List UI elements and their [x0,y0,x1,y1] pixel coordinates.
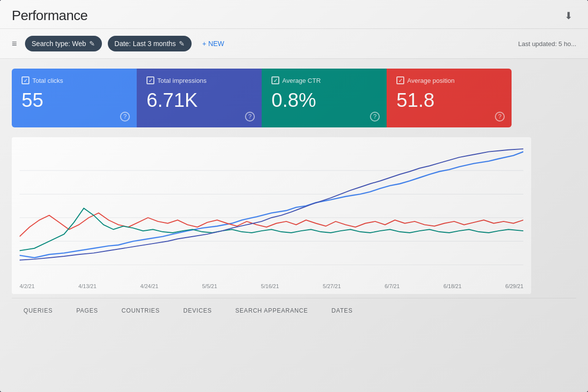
search-type-edit-icon: ✎ [89,40,95,48]
last-updated-text: Last updated: 5 ho... [518,40,576,48]
page-title: Performance [12,8,88,24]
main-content: ✓ Total clicks 55 ? ✓ Total impressions … [0,59,588,328]
total-impressions-label: ✓ Total impressions [147,76,252,84]
x-label-4: 5/5/21 [202,283,218,289]
toolbar: ≡ Search type: Web ✎ Date: Last 3 months… [0,29,588,59]
metric-card-average-ctr[interactable]: ✓ Average CTR 0.8% ? [262,69,387,127]
bottom-tabs: QUERIES PAGES COUNTRIES DEVICES SEARCH A… [12,298,576,318]
metrics-row: ✓ Total clicks 55 ? ✓ Total impressions … [12,69,512,127]
screen: Performance ⬇ ≡ Search type: Web ✎ Date:… [0,0,588,392]
tab-queries[interactable]: QUERIES [12,303,65,318]
average-ctr-value: 0.8% [271,90,377,110]
average-ctr-checkbox[interactable]: ✓ [271,76,279,84]
download-button[interactable]: ⬇ [561,8,576,24]
x-label-2: 4/13/21 [78,283,97,289]
tab-dates[interactable]: DATES [320,303,365,318]
tab-devices[interactable]: DEVICES [172,303,223,318]
metric-card-total-impressions[interactable]: ✓ Total impressions 6.71K ? [137,69,262,127]
tab-countries[interactable]: COUNTRIES [110,303,172,318]
total-impressions-help-icon[interactable]: ? [245,112,255,122]
average-ctr-label: ✓ Average CTR [271,76,377,84]
metric-card-total-clicks[interactable]: ✓ Total clicks 55 ? [12,69,137,127]
x-label-6: 5/27/21 [323,283,341,289]
average-ctr-help-icon[interactable]: ? [370,112,380,122]
chart-svg [20,147,523,270]
search-type-label: Search type: Web [32,40,86,48]
date-label: Date: Last 3 months [115,40,176,48]
total-clicks-label: ✓ Total clicks [22,76,127,84]
total-clicks-value: 55 [22,90,127,110]
performance-chart: 4/2/21 4/13/21 4/24/21 5/5/21 5/16/21 5/… [12,137,531,294]
filter-icon[interactable]: ≡ [12,39,17,49]
new-button[interactable]: + NEW [197,36,229,51]
metric-card-average-position[interactable]: ✓ Average position 51.8 ? [387,69,512,127]
total-clicks-checkbox[interactable]: ✓ [22,76,29,84]
x-label-5: 5/16/21 [261,283,279,289]
x-label-7: 6/7/21 [385,283,400,289]
tab-pages[interactable]: PAGES [65,303,110,318]
x-label-3: 4/24/21 [140,283,158,289]
date-filter[interactable]: Date: Last 3 months ✎ [108,36,192,51]
average-position-checkbox[interactable]: ✓ [396,76,404,84]
date-edit-icon: ✎ [179,40,185,48]
search-type-filter[interactable]: Search type: Web ✎ [25,36,102,51]
x-label-9: 6/29/21 [505,283,523,289]
average-position-label: ✓ Average position [396,76,502,84]
page-header: Performance ⬇ [0,0,588,29]
x-label-1: 4/2/21 [20,283,35,289]
total-clicks-help-icon[interactable]: ? [120,112,130,122]
total-impressions-checkbox[interactable]: ✓ [147,76,154,84]
x-label-8: 6/18/21 [443,283,462,289]
tab-search-appearance[interactable]: SEARCH APPEARANCE [223,303,319,318]
average-position-help-icon[interactable]: ? [495,112,505,122]
average-position-value: 51.8 [396,90,502,110]
total-impressions-value: 6.71K [147,90,252,110]
